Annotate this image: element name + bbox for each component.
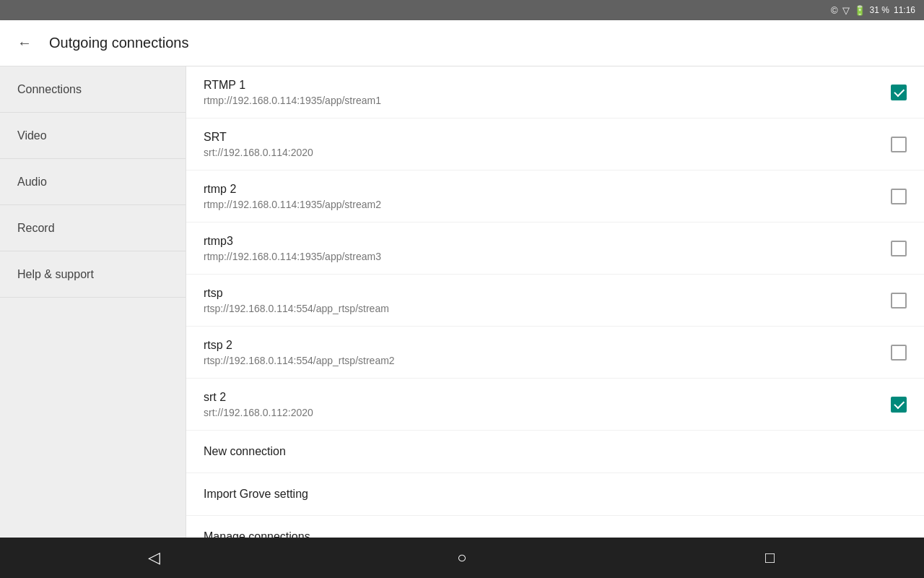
nav-home-icon: ○ (457, 548, 466, 567)
sidebar-label-connections: Connections (17, 83, 82, 96)
nav-home-button[interactable]: ○ (433, 538, 491, 578)
connection-name-rtsp2: rtsp 2 (204, 339, 891, 352)
connection-url-srt: srt://192.168.0.114:2020 (204, 147, 891, 158)
sidebar-label-record: Record (17, 222, 55, 235)
connection-item-rtsp2: rtsp 2 rtsp://192.168.0.114:554/app_rtsp… (186, 327, 924, 379)
action-label-new-connection: New connection (204, 445, 286, 457)
nav-back-button[interactable]: ◁ (125, 538, 183, 578)
connection-checkbox-srt[interactable] (891, 137, 907, 152)
sidebar-item-connections[interactable]: Connections (0, 66, 186, 113)
time: 11:16 (894, 5, 915, 15)
back-icon: ← (17, 35, 32, 51)
nav-recents-button[interactable]: □ (741, 538, 799, 578)
connection-name-srt2: srt 2 (204, 391, 891, 404)
connection-url-srt2: srt://192.168.0.112:2020 (204, 407, 891, 418)
content-area: RTMP 1 rtmp://192.168.0.114:1935/app/str… (186, 66, 924, 538)
sidebar-label-audio: Audio (17, 176, 47, 189)
main-layout: Connections Video Audio Record Help & su… (0, 66, 924, 538)
connection-info-srt: SRT srt://192.168.0.114:2020 (204, 131, 891, 158)
connection-info-rtsp: rtsp rtsp://192.168.0.114:554/app_rtsp/s… (204, 287, 891, 314)
connection-checkbox-srt2[interactable] (891, 397, 907, 413)
signal-icon: ▽ (842, 5, 850, 16)
connection-item-srt: SRT srt://192.168.0.114:2020 (186, 118, 924, 171)
action-label-import-grove: Import Grove setting (204, 488, 308, 500)
sidebar-item-record[interactable]: Record (0, 205, 186, 251)
connection-item-rtmp3: rtmp3 rtmp://192.168.0.114:1935/app/stre… (186, 223, 924, 275)
connection-url-rtmp1: rtmp://192.168.0.114:1935/app/stream1 (204, 95, 891, 106)
battery-icon: 🔋 (854, 5, 866, 16)
action-label-manage-connections: Manage connections (204, 530, 310, 538)
connection-checkbox-rtmp2[interactable] (891, 189, 907, 204)
connection-info-rtmp1: RTMP 1 rtmp://192.168.0.114:1935/app/str… (204, 79, 891, 106)
actions-list: New connectionImport Grove settingManage… (186, 431, 924, 538)
connection-item-rtsp: rtsp rtsp://192.168.0.114:554/app_rtsp/s… (186, 275, 924, 327)
battery-percent: 31 % (870, 5, 889, 15)
sidebar-item-video[interactable]: Video (0, 113, 186, 159)
connection-name-rtmp1: RTMP 1 (204, 79, 891, 92)
sidebar-label-help: Help & support (17, 268, 94, 281)
status-bar: © ▽ 🔋 31 % 11:16 (0, 0, 924, 20)
connection-url-rtsp2: rtsp://192.168.0.114:554/app_rtsp/stream… (204, 355, 891, 366)
connection-checkbox-rtmp3[interactable] (891, 241, 907, 256)
action-item-import-grove[interactable]: Import Grove setting (186, 473, 924, 516)
connection-name-rtsp: rtsp (204, 287, 891, 300)
connection-url-rtsp: rtsp://192.168.0.114:554/app_rtsp/stream (204, 303, 891, 314)
nav-back-icon: ◁ (148, 548, 160, 567)
sidebar: Connections Video Audio Record Help & su… (0, 66, 186, 538)
connection-item-rtmp1: RTMP 1 rtmp://192.168.0.114:1935/app/str… (186, 66, 924, 118)
back-button[interactable]: ← (12, 30, 38, 56)
connections-list: RTMP 1 rtmp://192.168.0.114:1935/app/str… (186, 66, 924, 431)
connection-checkbox-rtsp2[interactable] (891, 345, 907, 361)
connection-info-rtmp3: rtmp3 rtmp://192.168.0.114:1935/app/stre… (204, 235, 891, 262)
app-bar: ← Outgoing connections (0, 20, 924, 66)
copyright-icon: © (831, 5, 838, 16)
nav-bar: ◁ ○ □ (0, 538, 924, 578)
connection-url-rtmp3: rtmp://192.168.0.114:1935/app/stream3 (204, 251, 891, 262)
connection-name-rtmp3: rtmp3 (204, 235, 891, 248)
sidebar-item-audio[interactable]: Audio (0, 159, 186, 205)
connection-info-rtmp2: rtmp 2 rtmp://192.168.0.114:1935/app/str… (204, 183, 891, 210)
connection-checkbox-rtmp1[interactable] (891, 85, 907, 100)
connection-name-srt: SRT (204, 131, 891, 144)
nav-recents-icon: □ (765, 548, 775, 567)
connection-checkbox-rtsp[interactable] (891, 293, 907, 309)
action-item-manage-connections[interactable]: Manage connections (186, 516, 924, 538)
page-title: Outgoing connections (49, 35, 188, 51)
status-icons: © ▽ 🔋 31 % 11:16 (831, 5, 915, 16)
connection-info-rtsp2: rtsp 2 rtsp://192.168.0.114:554/app_rtsp… (204, 339, 891, 366)
action-item-new-connection[interactable]: New connection (186, 431, 924, 473)
connection-name-rtmp2: rtmp 2 (204, 183, 891, 196)
connection-item-srt2: srt 2 srt://192.168.0.112:2020 (186, 379, 924, 431)
sidebar-item-help[interactable]: Help & support (0, 251, 186, 298)
connection-info-srt2: srt 2 srt://192.168.0.112:2020 (204, 391, 891, 418)
sidebar-label-video: Video (17, 129, 47, 142)
connection-item-rtmp2: rtmp 2 rtmp://192.168.0.114:1935/app/str… (186, 171, 924, 223)
connection-url-rtmp2: rtmp://192.168.0.114:1935/app/stream2 (204, 199, 891, 210)
